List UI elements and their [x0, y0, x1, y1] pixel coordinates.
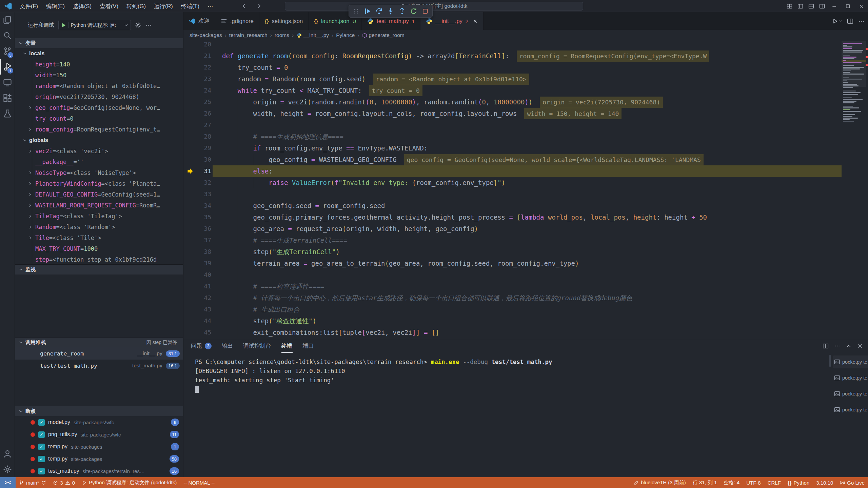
window-maximize-button[interactable]: [841, 0, 854, 12]
line-content[interactable]: [213, 119, 842, 131]
line-content[interactable]: [213, 188, 842, 200]
glyph-margin[interactable]: [183, 246, 197, 258]
continue-button[interactable]: [362, 6, 373, 16]
variable-row[interactable]: TileTag = <class 'TileTag'>: [15, 211, 183, 222]
menu-item-6[interactable]: 终端(T): [177, 3, 203, 9]
code-line[interactable]: 28 # ====生成初始地理信息====: [183, 131, 868, 142]
code-line[interactable]: 44 step("检查连通性"): [183, 315, 868, 327]
window-minimize-button[interactable]: [827, 0, 841, 12]
layout-secondary-icon[interactable]: [816, 0, 827, 12]
remote-indicator[interactable]: ><: [0, 477, 16, 488]
terminal-instance[interactable]: pocketpy te…: [833, 403, 868, 416]
variable-row[interactable]: Tile = <class 'Tile'>: [15, 232, 183, 243]
panel-tab-端口[interactable]: 端口: [303, 339, 314, 353]
panel-close-icon[interactable]: [857, 343, 863, 349]
status-vim-mode[interactable]: -- NORMAL --: [180, 477, 218, 488]
step-out-button[interactable]: [397, 6, 407, 16]
line-content[interactable]: terrain_area = geo_area_to_terrain(geo_a…: [213, 258, 842, 269]
activity-remote-explorer[interactable]: [0, 75, 15, 90]
breakpoint-row[interactable]: ✓test_math.pysite-packages\terrain_res…1…: [15, 465, 183, 477]
breadcrumb-item[interactable]: rooms: [275, 32, 289, 38]
code-line[interactable]: 23 random = Random(room_config.seed)rand…: [183, 73, 868, 85]
glyph-margin[interactable]: [183, 258, 197, 269]
activity-manage[interactable]: [0, 462, 15, 477]
layout-panel-icon[interactable]: [806, 0, 816, 12]
code-line[interactable]: 37 # ====生成TerrainCell====: [183, 235, 868, 246]
code-line[interactable]: 31 else:: [183, 165, 868, 177]
line-content[interactable]: def generate_room(room_config: RoomReque…: [213, 50, 842, 62]
line-content[interactable]: random = Random(room_config.seed)random …: [213, 73, 842, 85]
code-line[interactable]: 24 while try_count < MAX_TRY_COUNT:try_c…: [183, 85, 868, 96]
activity-extensions[interactable]: [0, 90, 15, 106]
glyph-margin[interactable]: [183, 62, 197, 73]
glyph-margin[interactable]: [183, 292, 197, 304]
line-content[interactable]: # 生成出口组合: [213, 304, 842, 315]
status-eol[interactable]: CRLF: [764, 477, 784, 488]
line-content[interactable]: [213, 41, 842, 50]
variables-scope-globals[interactable]: globals: [15, 135, 183, 146]
code-line[interactable]: 25 origin = vec2i(random.randint(0, 1000…: [183, 96, 868, 108]
code-line[interactable]: 42 # 计算每一个出口的中心，然后使用astar生成路径，确保每一个出口组合都…: [183, 292, 868, 304]
layout-grid-icon[interactable]: [784, 0, 795, 12]
section-watch[interactable]: 监视: [15, 264, 183, 274]
glyph-margin[interactable]: [183, 223, 197, 235]
code-line[interactable]: 33: [183, 188, 868, 200]
variable-row[interactable]: vec2i = <class 'vec2i'>: [15, 146, 183, 157]
nav-back-icon[interactable]: [241, 3, 247, 9]
glyph-margin[interactable]: [183, 108, 197, 119]
code-line[interactable]: 34 geo_config.seed = room_config.seed: [183, 200, 868, 211]
code-line[interactable]: 35 geo_config.primary_forces.geothermal_…: [183, 211, 868, 223]
code-line[interactable]: 43 # 生成出口组合: [183, 304, 868, 315]
panel-tab-问题[interactable]: 问题3: [191, 339, 212, 353]
layout-sidebar-icon[interactable]: [795, 0, 806, 12]
glyph-margin[interactable]: [183, 200, 197, 211]
line-content[interactable]: # ====生成初始地理信息====: [213, 131, 842, 142]
sidebar-more-actions-icon[interactable]: [145, 22, 152, 28]
glyph-margin[interactable]: [183, 188, 197, 200]
breakpoint-checkbox[interactable]: ✓: [38, 456, 45, 462]
code-line[interactable]: 38 step("生成TerrainCell"): [183, 246, 868, 258]
panel-more-icon[interactable]: [834, 343, 840, 349]
more-actions-icon[interactable]: [858, 18, 865, 24]
variable-row[interactable]: __package__ = '': [15, 157, 183, 167]
line-content[interactable]: origin = vec2i(random.randint(0, 1000000…: [213, 96, 842, 108]
section-call-stack[interactable]: 调用堆栈 因 step 已暂停: [15, 337, 183, 347]
code-line[interactable]: 45 exit_combinations:list[tuple[vec2i, v…: [183, 327, 868, 338]
glyph-margin[interactable]: [183, 177, 197, 188]
start-debug-icon[interactable]: [59, 22, 69, 28]
stack-frame[interactable]: test/test_math.pytest_math.py16:1: [15, 360, 183, 372]
glyph-margin[interactable]: [183, 85, 197, 96]
debug-settings-gear-icon[interactable]: [135, 22, 141, 28]
code-editor[interactable]: 2021def generate_room(room_config: RoomR…: [183, 41, 868, 339]
status-encoding[interactable]: UTF-8: [743, 477, 764, 488]
status-language-mode[interactable]: {}Python: [784, 477, 813, 488]
breakpoint-row[interactable]: ✓model.pysite-packages\wfc6: [15, 416, 183, 428]
code-line[interactable]: 22 try_count = 0: [183, 62, 868, 73]
window-close-button[interactable]: [854, 0, 868, 12]
variable-row[interactable]: WASTELAND_ROOM_REQUEST_CONFIG = RoomR…: [15, 200, 183, 211]
variable-row[interactable]: PlanetaryWindConfig = <class 'Planeta…: [15, 178, 183, 189]
code-line[interactable]: 29 if room_config.env_type == EnvType.WA…: [183, 142, 868, 154]
variable-row[interactable]: DEFAULT_GEO_CONFIG = GeoConfig(seed=1…: [15, 189, 183, 200]
glyph-margin[interactable]: [183, 281, 197, 292]
status-cursor-position[interactable]: 行 31, 列 1: [689, 477, 721, 488]
glyph-margin[interactable]: [183, 211, 197, 223]
variable-row[interactable]: room_config = RoomRequestConfig(env_t…: [15, 124, 183, 135]
step-into-button[interactable]: [386, 6, 396, 16]
stop-button[interactable]: [420, 6, 430, 16]
variable-row[interactable]: width = 150: [15, 70, 183, 81]
variable-row[interactable]: origin = vec2i(7205730, 9024468): [15, 92, 183, 102]
breakpoint-row[interactable]: ✓temp.pysite-packages1: [15, 441, 183, 453]
line-content[interactable]: geo_config.primary_forces.geothermal_act…: [213, 211, 842, 223]
code-line[interactable]: 32 raise ValueError(f"Invalid env type: …: [183, 177, 868, 188]
status-git-branch[interactable]: main*: [16, 477, 50, 488]
nav-forward-icon[interactable]: [256, 3, 262, 9]
glyph-margin[interactable]: [183, 119, 197, 131]
line-content[interactable]: raise ValueError(f"Invalid env type: {ro…: [213, 177, 842, 188]
line-content[interactable]: # ====检查连通性====: [213, 281, 842, 292]
variable-row[interactable]: step = <function step at 0x1bf9cd216d: [15, 254, 183, 264]
line-content[interactable]: exit_combinations:list[tuple[vec2i, vec2…: [213, 327, 842, 338]
section-variables[interactable]: 变量: [15, 38, 183, 48]
variable-row[interactable]: height = 140: [15, 59, 183, 70]
menu-item-1[interactable]: 编辑(E): [42, 3, 69, 9]
